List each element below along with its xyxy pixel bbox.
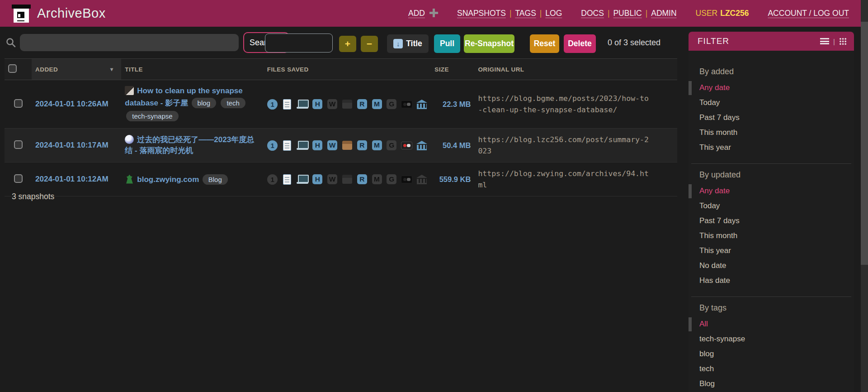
- title-action-button[interactable]: ↓ Title: [387, 34, 429, 53]
- wget-icon: W: [327, 99, 338, 110]
- row-checkbox[interactable]: [14, 99, 23, 108]
- mercury-icon: M: [372, 174, 382, 185]
- filter-option[interactable]: tech-synapse: [689, 332, 854, 347]
- nav-group-collections: SNAPSHOTS|TAGS|LOG: [457, 9, 562, 18]
- column-header-title[interactable]: TITLE: [121, 59, 263, 80]
- resnapshot-button[interactable]: Re-Snapshot: [464, 34, 514, 53]
- readability-icon: R: [357, 140, 368, 151]
- remove-filter-button[interactable]: −: [361, 36, 378, 52]
- filter-header: FILTER |: [689, 32, 854, 51]
- brand-link[interactable]: ArchiveBox: [12, 4, 106, 23]
- snapshot-count: 3 snapshots: [12, 192, 54, 201]
- sort-arrow-icon[interactable]: ▾: [110, 66, 113, 72]
- column-header-url[interactable]: ORIGINAL URL: [474, 59, 677, 80]
- search-icon: [5, 37, 16, 48]
- filter-option[interactable]: This month: [689, 125, 854, 140]
- table-row: 2024-01-01 10:26AM How to clean up the s…: [5, 80, 677, 129]
- filter-option[interactable]: No date: [689, 258, 854, 273]
- add-filter-button[interactable]: +: [339, 36, 356, 52]
- filter-option[interactable]: Any date: [689, 184, 854, 199]
- tag-pill[interactable]: blog: [192, 98, 216, 108]
- tag-pill[interactable]: tech-synapse: [126, 111, 178, 121]
- tag-pill[interactable]: Blog: [203, 174, 228, 185]
- archivebox-logo-icon: [12, 4, 31, 23]
- scrollbar-thumb[interactable]: [861, 22, 868, 265]
- column-header-files: FILES SAVED: [264, 59, 431, 80]
- filter-option[interactable]: Blog: [689, 377, 854, 392]
- nav-links: ADD SNAPSHOTS|TAGS|LOG DOCS|PUBLIC|ADMIN…: [408, 9, 849, 18]
- filter-option[interactable]: This year: [689, 140, 854, 155]
- filter-option[interactable]: All: [689, 317, 854, 332]
- pull-button[interactable]: Pull: [434, 34, 460, 53]
- wget-icon: W: [327, 174, 338, 185]
- git-icon: G: [386, 174, 397, 185]
- filter-option[interactable]: This month: [689, 229, 854, 244]
- nav-docs-link[interactable]: DOCS: [581, 9, 604, 18]
- filter-option[interactable]: Today: [689, 199, 854, 214]
- navbar: ArchiveBox ADD SNAPSHOTS|TAGS|LOG DOCS|P…: [0, 0, 861, 27]
- filter-section-heading: By updated: [699, 170, 854, 180]
- screenshot-icon: [297, 99, 308, 110]
- filter-option[interactable]: Today: [689, 96, 854, 110]
- nav-account-logout-link[interactable]: ACCOUNT / LOG OUT: [768, 9, 849, 18]
- brand-name: ArchiveBox: [37, 6, 106, 21]
- scrollbar-track[interactable]: [861, 0, 868, 392]
- selection-status: 0 of 3 selected: [608, 27, 660, 58]
- row-checkbox[interactable]: [14, 174, 23, 183]
- snapshot-date-link[interactable]: 2024-01-01 10:12AM: [35, 175, 108, 183]
- nav-admin-link[interactable]: ADMIN: [651, 9, 676, 18]
- nav-log-link[interactable]: LOG: [545, 9, 562, 18]
- filter-option[interactable]: blog: [689, 347, 854, 362]
- nav-public-link[interactable]: PUBLIC: [613, 9, 642, 18]
- grid-view-icon[interactable]: [839, 38, 847, 45]
- snapshot-title-link[interactable]: blog.zwying.com: [137, 175, 199, 184]
- files-saved: 1HWRMG: [267, 99, 427, 110]
- secondary-input[interactable]: [265, 33, 333, 53]
- filter-body: By added Any dateTodayPast 7 daysThis mo…: [689, 51, 854, 392]
- size-value: 22.3 MB: [434, 100, 471, 109]
- filter-option[interactable]: Past 7 days: [689, 110, 854, 125]
- filter-option[interactable]: Any date: [689, 81, 854, 96]
- reset-button[interactable]: Reset: [530, 34, 559, 53]
- filter-option[interactable]: Has date: [689, 273, 854, 288]
- snapshot-date-link[interactable]: 2024-01-01 10:26AM: [35, 100, 108, 108]
- filter-option[interactable]: This year: [689, 244, 854, 258]
- dom-icon: H: [312, 99, 323, 110]
- dom-icon: H: [312, 140, 323, 151]
- search-input[interactable]: [20, 34, 239, 51]
- nav-user: USERLZC256: [696, 9, 749, 18]
- warc-icon: [342, 99, 353, 110]
- nav-snapshots-link[interactable]: SNAPSHOTS: [457, 9, 506, 18]
- nav-add-link[interactable]: ADD: [408, 9, 425, 18]
- plus-icon[interactable]: [429, 9, 438, 17]
- pdf-icon: [282, 99, 293, 110]
- original-url: https://blog.zwying.com/archives/94.html: [478, 168, 651, 191]
- nav-group-site: DOCS|PUBLIC|ADMIN: [581, 9, 676, 18]
- user-label: USER: [696, 9, 718, 18]
- nav-tags-link[interactable]: TAGS: [515, 9, 536, 18]
- delete-button[interactable]: Delete: [564, 34, 596, 53]
- mercury-icon: M: [372, 140, 382, 151]
- singlefile-icon: 1: [267, 99, 278, 110]
- list-view-icon[interactable]: [820, 38, 829, 44]
- column-header-size[interactable]: SIZE: [431, 59, 474, 80]
- media-icon: [401, 174, 412, 185]
- row-checkbox[interactable]: [14, 140, 23, 149]
- username: LZC256: [720, 9, 749, 18]
- table-header-row: ADDED▾ TITLE FILES SAVED SIZE ORIGINAL U…: [5, 59, 677, 80]
- size-value: 559.9 KB: [434, 175, 471, 184]
- tag-pill[interactable]: tech: [221, 98, 245, 108]
- column-header-added[interactable]: ADDED▾: [32, 59, 121, 80]
- snapshot-date-link[interactable]: 2024-01-01 10:17AM: [35, 141, 108, 149]
- filter-option[interactable]: tech: [689, 362, 854, 377]
- favicon: [125, 86, 134, 95]
- filter-section-heading: By added: [699, 67, 854, 76]
- select-all-checkbox[interactable]: [8, 64, 17, 73]
- favicon: [125, 175, 134, 184]
- filter-option[interactable]: Past 7 days: [689, 214, 854, 229]
- files-saved: 1HWRMG: [267, 140, 427, 151]
- media-icon: [401, 99, 412, 110]
- snapshot-title-link[interactable]: 过去的我已经死了——2023年度总结 - 落雨宸的时光机: [125, 135, 254, 155]
- filter-title: FILTER: [698, 36, 729, 46]
- warc-icon: [342, 140, 353, 151]
